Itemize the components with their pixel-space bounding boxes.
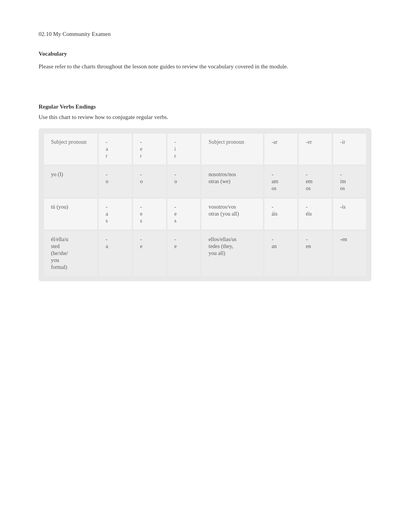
cell-tu-ar: - a s <box>99 199 132 229</box>
vosotros-ir-line1: -ís <box>340 204 359 210</box>
header-ir: - i r <box>168 134 200 165</box>
verb-section: Regular Verbs Endings Use this chart to … <box>39 104 371 283</box>
el-ir-line1: - <box>175 236 193 243</box>
breadcrumb-text: 02.10 My Community Examen <box>39 31 111 37</box>
header-ar2: -ar <box>264 134 297 165</box>
header-ir2: -ir <box>333 134 366 165</box>
vosotros-line2: otras (you all) <box>208 211 256 217</box>
header-ar-line2: a <box>106 146 125 152</box>
yo-ar-line1: - <box>106 172 125 178</box>
cell-nosotros-er: - em os <box>299 166 332 197</box>
cell-el-er: - e <box>133 231 166 276</box>
el-ir-line2: e <box>175 243 193 250</box>
nosotros-er-line3: os <box>306 185 325 192</box>
nosotros-ir-line2: im <box>340 178 359 185</box>
header-er-line1: - <box>140 139 159 145</box>
nosotros-er-line1: - <box>306 172 325 178</box>
nosotros-ar-line3: os <box>271 185 290 192</box>
cell-tu-er: - e s <box>133 199 166 229</box>
ellos-er-line1: - <box>306 236 325 243</box>
el-er-line2: e <box>140 243 159 250</box>
cell-nosotros-ar: - am os <box>264 166 297 197</box>
tu-er-line2: e <box>140 211 159 217</box>
cell-vosotros-ir: -ís <box>333 199 366 229</box>
vosotros-ar-line1: - <box>271 204 290 210</box>
header-ir-line2: i <box>175 146 193 152</box>
ellos-line3: you all) <box>208 250 256 257</box>
header-er2: -er <box>299 134 332 165</box>
yo-ar-line2: o <box>106 178 125 185</box>
cell-tu-ir: - e s <box>168 199 200 229</box>
table-row-el: él/ella/u sted (he/she/ you formal) - a <box>44 231 366 276</box>
cell-ellos-ar: - an <box>264 231 297 276</box>
el-subject-line2: sted <box>51 243 90 250</box>
vosotros-line1: vosotros/vos <box>208 204 256 210</box>
ellos-line2: tedes (they, <box>208 243 256 250</box>
cell-ellos-ir: -en <box>333 231 366 276</box>
tu-ir-line2: e <box>175 211 193 217</box>
table-row-tu: tú (you) - a s - e s <box>44 199 366 229</box>
cell-subject-yo: yo (I) <box>44 166 97 197</box>
el-subject-line4: you <box>51 257 90 263</box>
verb-section-title: Regular Verbs Endings <box>39 104 371 110</box>
nosotros-line1: nosotros/nos <box>208 172 256 178</box>
header-subject1-line1: Subject pronoun <box>51 139 90 145</box>
tu-er-line1: - <box>140 204 159 210</box>
nosotros-line2: otras (we) <box>208 178 256 185</box>
header-ar-line1: - <box>106 139 125 145</box>
vocabulary-title: Vocabulary <box>39 51 371 57</box>
tu-ar-line2: a <box>106 211 125 217</box>
cell-ellos: ellos/ellas/us tedes (they, you all) <box>202 231 263 276</box>
header-subject2: Subject pronoun <box>202 134 263 165</box>
cell-vosotros-er: - éis <box>299 199 332 229</box>
vosotros-er-line2: éis <box>306 211 325 217</box>
tu-ir-line1: - <box>175 204 193 210</box>
verb-table-wrapper: Subject pronoun - a r - e r <box>39 128 371 281</box>
el-er-line1: - <box>140 236 159 243</box>
vosotros-ar-line2: áis <box>271 211 290 217</box>
cell-vosotros-ar: - áis <box>264 199 297 229</box>
el-subject-line3: (he/she/ <box>51 250 90 257</box>
table-row-yo: yo (I) - o - o - <box>44 166 366 197</box>
cell-yo-ar: - o <box>99 166 132 197</box>
yo-er-line2: o <box>140 178 159 185</box>
nosotros-ar-line2: am <box>271 178 290 185</box>
cell-yo-ir: - o <box>168 166 200 197</box>
cell-subject-tu: tú (you) <box>44 199 97 229</box>
verb-section-desc: Use this chart to review how to conjugat… <box>39 114 371 121</box>
ellos-ar-line2: an <box>271 243 290 250</box>
cell-el-ar: - a <box>99 231 132 276</box>
el-subject-line5: formal) <box>51 264 90 270</box>
el-ar-line2: a <box>106 243 125 250</box>
header-subject1: Subject pronoun <box>44 134 97 165</box>
el-ar-line1: - <box>106 236 125 243</box>
tu-ar-line3: s <box>106 218 125 224</box>
header-subject2-text: Subject pronoun <box>208 139 256 145</box>
verb-table: Subject pronoun - a r - e r <box>42 132 368 277</box>
table-header-row: Subject pronoun - a r - e r <box>44 134 366 165</box>
breadcrumb: 02.10 My Community Examen <box>39 31 371 37</box>
nosotros-ar-line1: - <box>271 172 290 178</box>
yo-subject: yo (I) <box>51 172 90 178</box>
header-er: - e r <box>133 134 166 165</box>
el-subject-line1: él/ella/u <box>51 236 90 243</box>
tu-ir-line3: s <box>175 218 193 224</box>
nosotros-ir-line1: - <box>340 172 359 178</box>
tu-er-line3: s <box>140 218 159 224</box>
header-er-line2: e <box>140 146 159 152</box>
cell-yo-er: - o <box>133 166 166 197</box>
nosotros-er-line2: em <box>306 178 325 185</box>
tu-ar-line1: - <box>106 204 125 210</box>
nosotros-ir-line3: os <box>340 185 359 192</box>
header-ar-line3: r <box>106 153 125 159</box>
vocabulary-section: Vocabulary Please refer to the charts th… <box>39 51 371 71</box>
tu-subject: tú (you) <box>51 204 90 210</box>
vocabulary-description: Please refer to the charts throughout th… <box>39 62 301 71</box>
ellos-ir-line1: -en <box>340 236 359 243</box>
header-ar2-text: -ar <box>271 139 290 145</box>
cell-vosotros: vosotros/vos otras (you all) <box>202 199 263 229</box>
ellos-er-line2: en <box>306 243 325 250</box>
cell-el-ir: - e <box>168 231 200 276</box>
header-ir-line3: r <box>175 153 193 159</box>
header-ir-line1: - <box>175 139 193 145</box>
